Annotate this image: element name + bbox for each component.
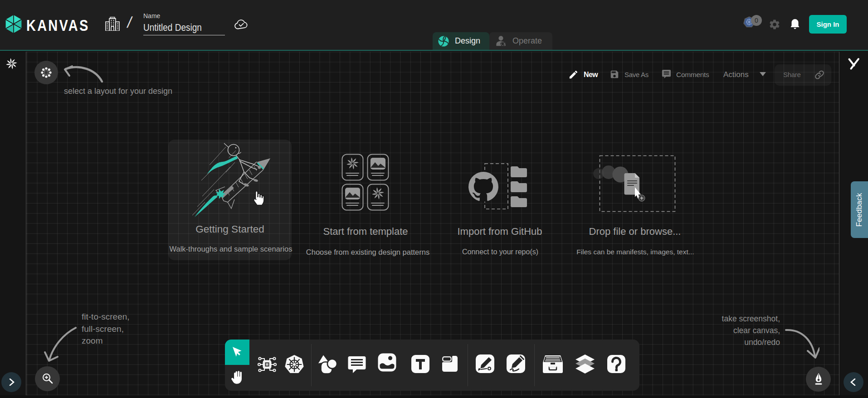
svg-text:0: 0 — [755, 17, 758, 24]
